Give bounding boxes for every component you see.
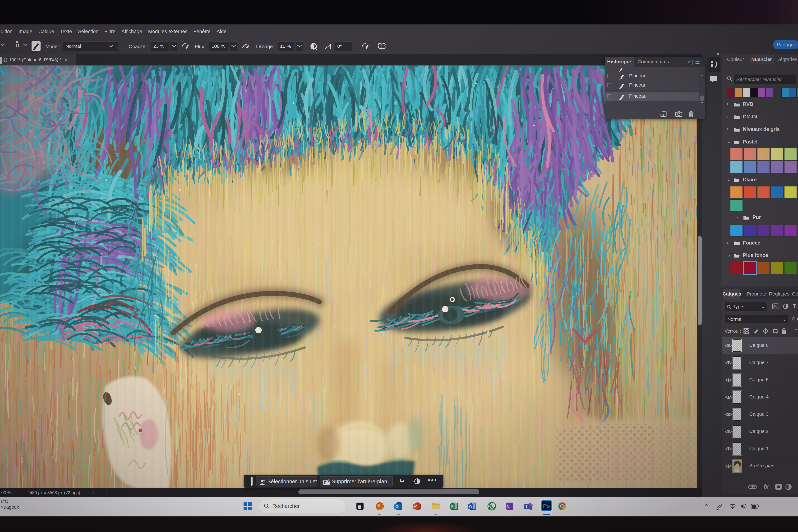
svg-text:N: N (507, 504, 509, 509)
svg-text:O: O (395, 504, 399, 509)
svg-text:P: P (414, 504, 417, 508)
svg-text:W: W (469, 504, 472, 508)
svg-text:X: X (451, 504, 453, 508)
svg-text:fx: fx (764, 483, 769, 490)
svg-text:T: T (525, 504, 528, 509)
